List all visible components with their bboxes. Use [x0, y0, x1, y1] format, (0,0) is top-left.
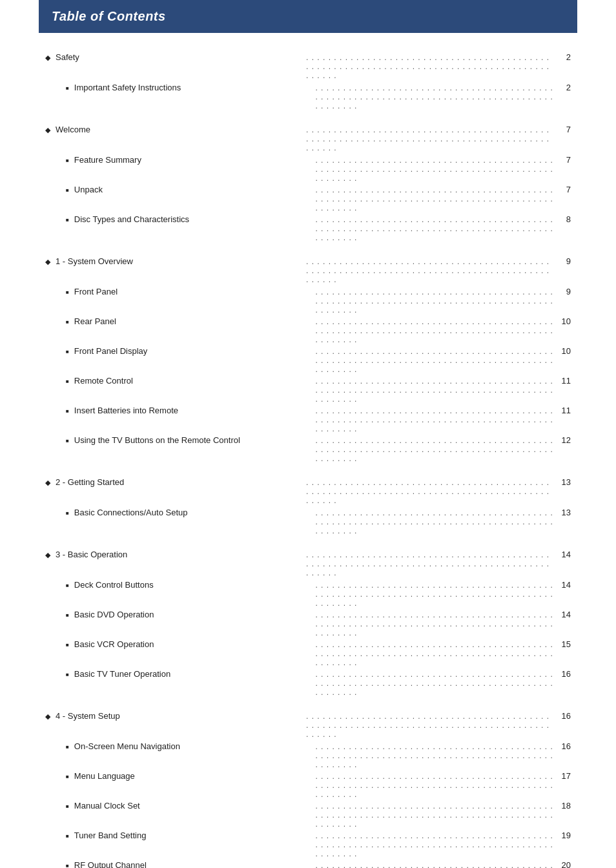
page-title: Table of Contents	[52, 9, 564, 24]
sub-page-number: 2	[557, 83, 571, 92]
toc-sub-entries: ■Basic Connections/Auto Setup . . . . . …	[45, 508, 571, 535]
sub-page-number: 8	[557, 214, 571, 224]
sub-page-number: 15	[557, 639, 571, 649]
square-bullet-icon: ■	[66, 438, 69, 444]
sub-dots-fill: . . . . . . . . . . . . . . . . . . . . …	[315, 185, 554, 212]
sub-dots-fill: . . . . . . . . . . . . . . . . . . . . …	[315, 772, 554, 799]
sub-entry-text: Basic Connections/Auto Setup	[74, 508, 313, 517]
toc-sub-entry: ■Basic TV Tuner Operation . . . . . . . …	[66, 669, 571, 697]
sub-page-number: 19	[557, 831, 571, 840]
sub-page-number: 10	[557, 316, 571, 326]
sub-page-number: 10	[557, 346, 571, 356]
toc-sub-entry: ■Front Panel Display . . . . . . . . . .…	[66, 346, 571, 374]
main-page-number: 13	[557, 477, 571, 487]
square-bullet-icon: ■	[66, 217, 69, 223]
main-entry-text: Welcome	[56, 125, 303, 134]
sub-dots-fill: . . . . . . . . . . . . . . . . . . . . …	[315, 831, 554, 858]
sub-page-number: 18	[557, 801, 571, 811]
main-page-number: 14	[557, 550, 571, 559]
sub-entry-text: Deck Control Buttons	[74, 580, 313, 590]
sub-entry-text: Feature Summary	[74, 155, 313, 165]
sub-entry-text: Front Panel	[74, 287, 313, 296]
toc-sub-entry: ■Manual Clock Set . . . . . . . . . . . …	[66, 801, 571, 829]
toc-section-safety: ◆Safety . . . . . . . . . . . . . . . . …	[45, 52, 571, 110]
sub-page-number: 7	[557, 185, 571, 194]
page: Table of Contents ◆Safety . . . . . . . …	[0, 0, 616, 868]
toc-sub-entry: ■Important Safety Instructions . . . . .…	[66, 83, 571, 110]
square-bullet-icon: ■	[66, 612, 69, 618]
toc-sub-entries: ■Deck Control Buttons . . . . . . . . . …	[45, 580, 571, 697]
sub-entry-text: Front Panel Display	[74, 346, 313, 356]
sub-dots-fill: . . . . . . . . . . . . . . . . . . . . …	[315, 156, 554, 183]
sub-dots-fill: . . . . . . . . . . . . . . . . . . . . …	[315, 83, 554, 110]
diamond-bullet-icon: ◆	[45, 126, 50, 134]
toc-main-entry-system-overview: ◆1 - System Overview . . . . . . . . . .…	[45, 256, 571, 284]
sub-entry-text: Basic VCR Operation	[74, 639, 313, 649]
sub-dots-fill: . . . . . . . . . . . . . . . . . . . . …	[315, 742, 554, 769]
toc-sub-entry: ■Rear Panel . . . . . . . . . . . . . . …	[66, 316, 571, 344]
sub-page-number: 14	[557, 610, 571, 619]
main-page-number: 7	[557, 125, 571, 134]
square-bullet-icon: ■	[66, 289, 69, 295]
diamond-bullet-icon: ◆	[45, 712, 50, 721]
sub-entry-text: Tuner Band Setting	[74, 831, 313, 840]
square-bullet-icon: ■	[66, 408, 69, 414]
toc-sub-entry: ■Tuner Band Setting . . . . . . . . . . …	[66, 831, 571, 858]
sub-dots-fill: . . . . . . . . . . . . . . . . . . . . …	[315, 377, 554, 404]
sub-dots-fill: . . . . . . . . . . . . . . . . . . . . …	[315, 436, 554, 463]
toc-main-entry-welcome: ◆Welcome . . . . . . . . . . . . . . . .…	[45, 125, 571, 152]
sub-dots-fill: . . . . . . . . . . . . . . . . . . . . …	[315, 215, 554, 242]
diamond-bullet-icon: ◆	[45, 479, 50, 487]
sub-page-number: 17	[557, 771, 571, 781]
toc-sub-entry: ■Disc Types and Characteristics . . . . …	[66, 214, 571, 242]
sub-page-number: 14	[557, 580, 571, 590]
sub-dots-fill: . . . . . . . . . . . . . . . . . . . . …	[315, 581, 554, 608]
sub-entry-text: RF Output Channel	[74, 860, 313, 868]
diamond-bullet-icon: ◆	[45, 258, 50, 266]
square-bullet-icon: ■	[66, 833, 69, 839]
sub-entry-text: Unpack	[74, 185, 313, 194]
toc-sub-entry: ■Front Panel . . . . . . . . . . . . . .…	[66, 287, 571, 315]
dots-fill: . . . . . . . . . . . . . . . . . . . . …	[306, 125, 554, 152]
sub-entry-text: Basic TV Tuner Operation	[74, 669, 313, 679]
sub-dots-fill: . . . . . . . . . . . . . . . . . . . . …	[315, 406, 554, 433]
sub-dots-fill: . . . . . . . . . . . . . . . . . . . . …	[315, 610, 554, 637]
sub-dots-fill: . . . . . . . . . . . . . . . . . . . . …	[315, 508, 554, 535]
toc-section-getting-started: ◆2 - Getting Started . . . . . . . . . .…	[45, 477, 571, 535]
toc-sub-entry: ■RF Output Channel . . . . . . . . . . .…	[66, 860, 571, 868]
square-bullet-icon: ■	[66, 863, 69, 868]
toc-sub-entries: ■Front Panel . . . . . . . . . . . . . .…	[45, 287, 571, 463]
dots-fill: . . . . . . . . . . . . . . . . . . . . …	[306, 257, 554, 284]
toc-sub-entry: ■Menu Language . . . . . . . . . . . . .…	[66, 771, 571, 799]
sub-entry-text: Insert Batteries into Remote	[74, 406, 313, 415]
toc-sub-entry: ■Basic DVD Operation . . . . . . . . . .…	[66, 610, 571, 637]
toc-sub-entry: ■Basic Connections/Auto Setup . . . . . …	[66, 508, 571, 535]
main-entry-text: 1 - System Overview	[56, 256, 303, 266]
toc-sub-entry: ■Unpack . . . . . . . . . . . . . . . . …	[66, 185, 571, 212]
sub-page-number: 11	[557, 406, 571, 415]
main-page-number: 2	[557, 52, 571, 62]
sub-dots-fill: . . . . . . . . . . . . . . . . . . . . …	[315, 861, 554, 868]
dots-fill: . . . . . . . . . . . . . . . . . . . . …	[306, 53, 554, 80]
square-bullet-icon: ■	[66, 774, 69, 780]
main-page-number: 9	[557, 256, 571, 266]
square-bullet-icon: ■	[66, 744, 69, 750]
diamond-bullet-icon: ◆	[45, 551, 50, 559]
sub-entry-text: Menu Language	[74, 771, 313, 781]
square-bullet-icon: ■	[66, 583, 69, 588]
toc-sub-entry: ■Using the TV Buttons on the Remote Cont…	[66, 435, 571, 463]
diamond-bullet-icon: ◆	[45, 54, 50, 62]
sub-dots-fill: . . . . . . . . . . . . . . . . . . . . …	[315, 347, 554, 374]
main-entry-text: 3 - Basic Operation	[56, 550, 303, 559]
sub-page-number: 16	[557, 741, 571, 751]
header-bar: Table of Contents	[39, 0, 577, 33]
sub-dots-fill: . . . . . . . . . . . . . . . . . . . . …	[315, 801, 554, 829]
sub-dots-fill: . . . . . . . . . . . . . . . . . . . . …	[315, 640, 554, 667]
toc-sub-entry: ■Basic VCR Operation . . . . . . . . . .…	[66, 639, 571, 667]
sub-page-number: 12	[557, 435, 571, 445]
sub-entry-text: Using the TV Buttons on the Remote Contr…	[74, 435, 313, 445]
square-bullet-icon: ■	[66, 510, 69, 516]
square-bullet-icon: ■	[66, 319, 69, 325]
dots-fill: . . . . . . . . . . . . . . . . . . . . …	[306, 550, 554, 577]
sub-entry-text: On-Screen Menu Navigation	[74, 741, 313, 751]
